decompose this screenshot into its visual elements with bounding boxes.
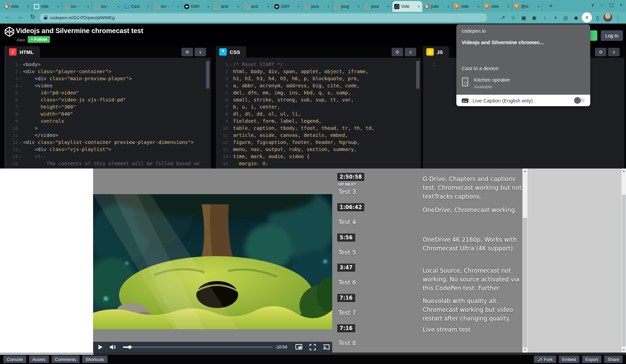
chevron-down-icon[interactable]: ∨ xyxy=(608,48,620,56)
lock-icon[interactable] xyxy=(44,17,47,20)
volume-icon[interactable] xyxy=(109,344,116,350)
browser-tab[interactable]: ios - × xyxy=(152,1,182,12)
tab-close-icon[interactable]: × xyxy=(387,4,390,8)
maximize-icon[interactable]: ▢ xyxy=(609,2,614,7)
back-button[interactable]: ← xyxy=(3,13,12,20)
coin-extension-icon[interactable]: ◎ xyxy=(561,12,570,23)
chevron-down-icon[interactable]: ∨ xyxy=(405,48,416,56)
live-caption-toggle[interactable] xyxy=(575,98,585,102)
browser-tab[interactable]: vide × xyxy=(452,1,482,12)
url-text[interactable]: codepen.io/DJ-PD/pen/jdWWEg xyxy=(50,15,115,20)
html-panel-tab[interactable]: / HTML xyxy=(6,46,40,58)
sidebar-icon[interactable]: ▯ xyxy=(593,12,602,23)
css-code-editor[interactable]: 1▾/* Reset START */2html, body, div, spa… xyxy=(216,58,421,169)
export-button[interactable]: Export xyxy=(582,356,602,363)
tab-search-chevron-icon[interactable]: ∨ xyxy=(591,2,594,7)
browser-tab[interactable]: and × xyxy=(242,1,272,12)
pin-extension-icon[interactable]: ◆ xyxy=(571,12,581,23)
tab-close-icon[interactable]: × xyxy=(327,4,330,8)
playlist-scrollbar[interactable]: ▲ ▼ xyxy=(522,169,528,353)
new-tab-button[interactable]: + xyxy=(546,2,555,10)
browser-tab[interactable]: ios - × xyxy=(92,1,122,12)
shortcuts-button[interactable]: Shortcuts xyxy=(82,356,108,363)
tab-close-icon[interactable]: × xyxy=(117,4,120,8)
browser-tab[interactable]: Vide × xyxy=(392,1,422,12)
scrollbar-thumb[interactable] xyxy=(0,353,93,355)
browser-tab[interactable]: @si × xyxy=(512,1,542,12)
play-button[interactable] xyxy=(98,345,103,350)
gear-icon[interactable]: ⚙ xyxy=(392,48,403,56)
tab-close-icon[interactable]: × xyxy=(507,4,510,8)
address-bar[interactable]: codepen.io/DJ-PD/pen/jdWWEg xyxy=(40,13,487,22)
tab-close-icon[interactable]: × xyxy=(537,4,540,8)
editor-scrollbar-thumb[interactable] xyxy=(416,61,420,89)
scroll-down-icon[interactable]: ▼ xyxy=(522,348,528,352)
palette-extension-icon[interactable]: ◑ xyxy=(550,12,560,23)
playlist-item[interactable]: 7:16 Test 7 xyxy=(337,294,422,324)
browser-tab[interactable]: jsde × xyxy=(422,1,452,12)
cast-button[interactable] xyxy=(323,344,330,350)
forward-button[interactable]: → xyxy=(16,13,24,20)
alert-extension-icon[interactable]: ◉ xyxy=(530,12,539,23)
browser-tab[interactable]: and × xyxy=(212,1,242,12)
cast-device-row[interactable]: Kitchen speaker Available xyxy=(456,75,590,93)
comments-button[interactable]: Comments xyxy=(52,356,80,363)
tab-close-icon[interactable]: × xyxy=(87,4,90,8)
tab-close-icon[interactable]: × xyxy=(418,4,420,8)
tab-close-icon[interactable]: × xyxy=(267,4,270,8)
screenshot-extension-icon[interactable]: ▣ xyxy=(519,12,529,23)
browser-tab[interactable]: java × xyxy=(302,1,332,12)
pen-author[interactable]: Alex xyxy=(17,37,25,42)
playlist-item[interactable]: 2:50:58 UP NEXT Test 3 xyxy=(337,173,422,203)
pip-button[interactable] xyxy=(295,344,302,350)
scrollbar-thumb[interactable] xyxy=(622,195,626,346)
codepen-logo-icon[interactable] xyxy=(4,26,15,37)
browser-tab[interactable]: GitH × xyxy=(182,1,212,12)
tab-close-icon[interactable]: × xyxy=(297,4,300,8)
tab-close-icon[interactable]: × xyxy=(27,4,30,8)
login-button[interactable]: Log In xyxy=(601,30,623,41)
toggle-knob[interactable] xyxy=(574,97,581,104)
tab-close-icon[interactable]: × xyxy=(177,4,180,8)
gear-icon[interactable]: ⚙ xyxy=(181,48,193,56)
browser-tab[interactable]: GitH × xyxy=(272,1,302,12)
playlist-item[interactable]: 5:56 Test 5 xyxy=(337,234,422,264)
js-panel-tab[interactable]: () JS xyxy=(423,46,449,58)
css-panel-tab[interactable]: * CSS xyxy=(216,46,246,58)
editor-scrollbar-thumb[interactable] xyxy=(206,61,209,89)
download-icon[interactable]: ↓ xyxy=(540,12,549,23)
tab-close-icon[interactable]: × xyxy=(447,4,450,8)
tab-close-icon[interactable]: × xyxy=(147,4,150,8)
gear-icon[interactable]: ⚙ xyxy=(595,48,606,56)
browser-tab[interactable]: vide × xyxy=(2,1,32,12)
chevron-down-icon[interactable]: ∨ xyxy=(195,48,206,56)
browser-tab[interactable]: ios - × xyxy=(62,1,92,12)
browser-tab[interactable]: plug × xyxy=(332,1,362,12)
scroll-up-icon[interactable]: ▲ xyxy=(522,170,528,173)
horizontal-scrollbar[interactable] xyxy=(0,353,626,355)
menu-dots-icon[interactable]: ⋮ xyxy=(613,12,623,23)
progress-bar[interactable] xyxy=(123,346,273,348)
playlist-item[interactable]: 7:16 Test 8 xyxy=(337,324,422,355)
tab-close-icon[interactable]: × xyxy=(237,4,240,8)
profile-avatar[interactable] xyxy=(603,13,612,22)
scroll-down-icon[interactable]: ▼ xyxy=(622,348,626,352)
cast-queue-icon[interactable]: ≡ xyxy=(582,12,592,23)
assets-button[interactable]: Assets xyxy=(29,356,49,363)
tab-close-icon[interactable]: × xyxy=(207,4,210,8)
bookmark-star-icon[interactable]: ☆ xyxy=(509,12,518,23)
page-scrollbar[interactable]: ▲ ▼ xyxy=(622,169,626,353)
playlist-item[interactable]: 3:47 Test 6 xyxy=(337,264,422,294)
signup-button-fragment[interactable] xyxy=(590,30,597,41)
video-frame[interactable] xyxy=(93,194,332,329)
browser-tab[interactable]: vide × xyxy=(32,1,62,12)
embed-button[interactable]: Embed xyxy=(559,356,579,363)
progress-handle[interactable] xyxy=(128,345,132,349)
browser-tab[interactable]: vide × xyxy=(482,1,512,12)
fullscreen-button[interactable] xyxy=(310,344,316,350)
tab-close-icon[interactable]: × xyxy=(57,4,60,8)
scroll-up-icon[interactable]: ▲ xyxy=(622,170,626,173)
console-button[interactable]: Console xyxy=(3,356,26,363)
minimize-icon[interactable]: − xyxy=(600,2,603,7)
tab-close-icon[interactable]: × xyxy=(477,4,480,8)
